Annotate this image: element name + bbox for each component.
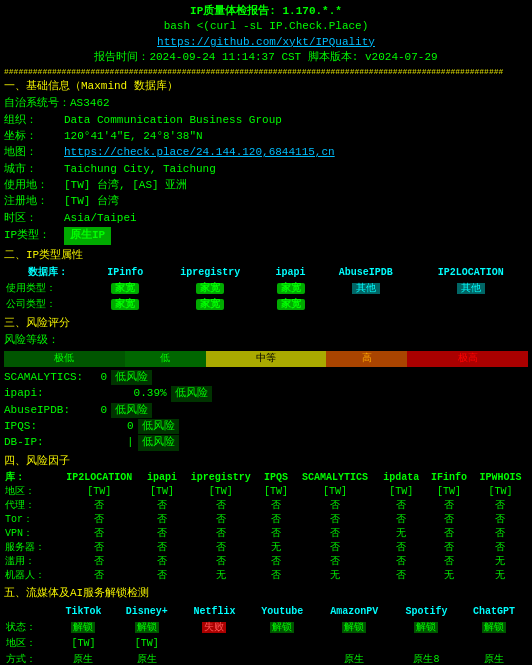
github-link[interactable]: https://github.com/xykt/IPQuality — [157, 36, 375, 48]
ipqs-row: IPQS: 0 低风险 — [4, 419, 528, 434]
vpn-row: VPN： 否 否 否 否 否 无 否 否 — [4, 527, 528, 541]
mh-netflix: Netflix — [181, 604, 249, 620]
divider-top: ########################################… — [4, 66, 528, 77]
risk-level-label: 风险等级： — [4, 333, 64, 348]
company-abuseipdb — [318, 297, 413, 313]
mm-spotify: 原生8 — [393, 652, 461, 665]
asn-value: AS3462 — [70, 96, 110, 111]
org-row: 组织： Data Communication Business Group — [4, 113, 528, 128]
server-ip2loc: 否 — [57, 541, 142, 555]
ipqs-badge: 低风险 — [138, 419, 179, 434]
fh-ip2loc: IP2LOCATION — [57, 471, 142, 485]
ipqs-score: 0 — [94, 419, 134, 434]
region-ipdata: [TW] — [378, 485, 426, 499]
ipapi-score-val: 0.39% — [94, 386, 167, 401]
abuseipdb-row: AbuseIPDB: 0 低风险 — [4, 403, 528, 418]
server-ipreg: 否 — [182, 541, 260, 555]
col-db: 数据库： — [4, 265, 92, 281]
map-label: 地图： — [4, 145, 64, 160]
city-row: 城市： Taichung City, Taichung — [4, 162, 528, 177]
region-ip2loc: [TW] — [57, 485, 142, 499]
basic-info-section: 一、基础信息（Maxmind 数据库） 自治系统号： AS3462 组织： Da… — [4, 79, 528, 245]
server-row: 服务器： 否 否 否 无 否 否 否 否 — [4, 541, 528, 555]
company-ipregistry: 家宽 — [158, 297, 263, 313]
map-row: 地图： https://check.place/24.144.120,68441… — [4, 145, 528, 160]
proxy-ipapi: 否 — [142, 499, 182, 513]
status-amazon: 解锁 — [316, 620, 393, 636]
coords-value: 120°41'4"E, 24°8'38"N — [64, 129, 203, 144]
server-ifinfo: 否 — [425, 541, 473, 555]
mh-disney: Disney+ — [113, 604, 181, 620]
company-ipapi: 家宽 — [263, 297, 319, 313]
abuse-ip2loc: 否 — [57, 555, 142, 569]
ip-type-label: IP类型： — [4, 228, 64, 243]
fh-ipwhois: IPWHOIS — [473, 471, 528, 485]
map-link[interactable]: https://check.place/24.144.120,6844115,c… — [64, 145, 335, 160]
abuseipdb-label: AbuseIPDB: — [4, 403, 94, 418]
abuse-ipapi: 否 — [142, 555, 182, 569]
status-chatgpt: 解锁 — [460, 620, 528, 636]
bot-ipwhois: 无 — [473, 569, 528, 583]
bot-row: 机器人： 否 否 无 否 无 否 无 无 — [4, 569, 528, 583]
tor-ipqs: 否 — [260, 513, 293, 527]
mr-disney: [TW] — [113, 636, 181, 652]
tor-scam: 否 — [292, 513, 377, 527]
proxy-ifinfo: 否 — [425, 499, 473, 513]
bot-scam: 无 — [292, 569, 377, 583]
mh-empty — [4, 604, 54, 620]
media-region-row: 地区： [TW] [TW] — [4, 636, 528, 652]
server-ipdata: 否 — [378, 541, 426, 555]
main-title: IP质量体检报告: 1.170.*.* — [4, 4, 528, 19]
proxy-row: 代理： 否 否 否 否 否 否 否 否 — [4, 499, 528, 513]
mr-amazon — [316, 636, 393, 652]
abuse-ipdata: 否 — [378, 555, 426, 569]
risk-extreme: 极高 — [407, 351, 528, 367]
ipapi-score-label: ipapi: — [4, 386, 94, 401]
region-row: 地区： [TW] [TW] [TW] [TW] [TW] [TW] [TW] [… — [4, 485, 528, 499]
server-label: 服务器： — [4, 541, 57, 555]
status-youtube: 解锁 — [248, 620, 316, 636]
bot-ip2loc: 否 — [57, 569, 142, 583]
tor-ipwhois: 否 — [473, 513, 528, 527]
fh-ipdata: ipdata — [378, 471, 426, 485]
company-ipinfo: 家宽 — [92, 297, 158, 313]
method-label: 方式： — [4, 652, 54, 665]
abuseipdb-badge: 低风险 — [111, 403, 152, 418]
abuse-ipreg: 否 — [182, 555, 260, 569]
bot-ipdata: 否 — [378, 569, 426, 583]
region-ipapi: [TW] — [142, 485, 182, 499]
scamalytics-row: SCAMALYTICS: 0 低风险 — [4, 370, 528, 385]
risk-level-row: 风险等级： 极低 低 中等 高 极高 — [4, 333, 528, 368]
abuseipdb-score: 0 — [94, 403, 107, 418]
status-spotify: 解锁 — [393, 620, 461, 636]
vpn-label: VPN： — [4, 527, 57, 541]
usage-ip2location: 其他 — [413, 281, 528, 297]
mr-chatgpt — [460, 636, 528, 652]
coords-label: 坐标： — [4, 129, 64, 144]
tor-label: Tor： — [4, 513, 57, 527]
tor-ipdata: 否 — [378, 513, 426, 527]
media-section: 五、流媒体及AI服务解锁检测 TikTok Disney+ Netflix Yo… — [4, 586, 528, 665]
mh-tiktok: TikTok — [54, 604, 113, 620]
abuse-scam: 否 — [292, 555, 377, 569]
risk-high: 高 — [326, 351, 407, 367]
reg-row: 注册地： [TW] 台湾 — [4, 194, 528, 209]
vpn-ifinfo: 否 — [425, 527, 473, 541]
fh-ipqs: IPQS — [260, 471, 293, 485]
subtitle: bash <(curl -sL IP.Check.Place) — [4, 19, 528, 34]
bot-ipqs: 否 — [260, 569, 293, 583]
tz-value: Asia/Taipei — [64, 211, 137, 226]
mh-amazon: AmazonPV — [316, 604, 393, 620]
mm-tiktok: 原生 — [54, 652, 113, 665]
tor-ip2loc: 否 — [57, 513, 142, 527]
ipapi-badge: 低风险 — [171, 386, 212, 401]
mr-netflix — [181, 636, 249, 652]
region-ipwhois: [TW] — [473, 485, 528, 499]
mh-chatgpt: ChatGPT — [460, 604, 528, 620]
company-ip2location — [413, 297, 528, 313]
proxy-label: 代理： — [4, 499, 57, 513]
usage-ipregistry: 家宽 — [158, 281, 263, 297]
scamalytics-badge: 低风险 — [111, 370, 152, 385]
region-label: 地区： — [4, 485, 57, 499]
proxy-ipreg: 否 — [182, 499, 260, 513]
